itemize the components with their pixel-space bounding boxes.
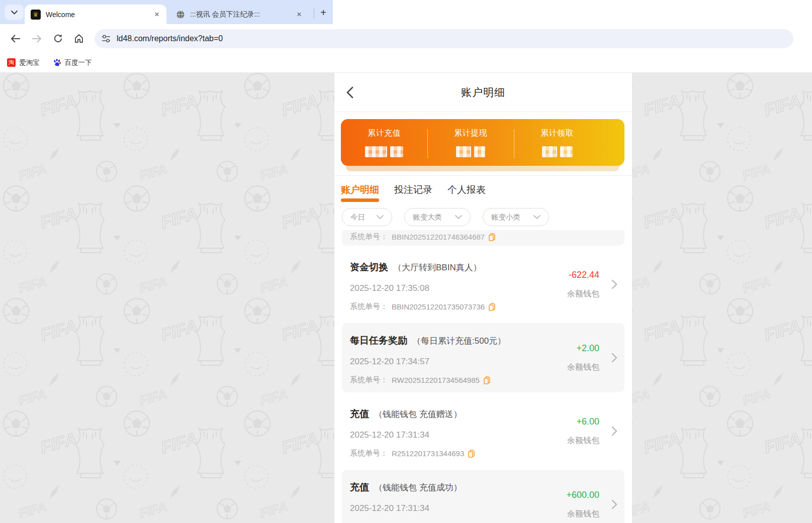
- tab-label: 个人报表: [447, 184, 486, 195]
- serial-number: RW202512201734564985: [392, 376, 480, 384]
- filter-label: 账变小类: [491, 213, 520, 222]
- copy-icon[interactable]: [484, 376, 490, 384]
- filter-label: 账变大类: [413, 213, 442, 222]
- chevron-down-icon: [11, 11, 18, 15]
- serial-number: BBIN202512201746364687: [392, 233, 485, 241]
- summary-total-claimed: 累计领取: [514, 128, 600, 159]
- txn-subtitle: （钱能钱包 充值成功）: [374, 482, 462, 493]
- serial-number: R2512201731344693: [392, 449, 464, 458]
- summary-total-deposit: 累计充值: [341, 128, 427, 159]
- chevron-down-icon: [533, 215, 540, 219]
- list-item[interactable]: 资金切换 （大厅转到BBIN真人） 2025-12-20 17:35:08 系统…: [342, 250, 624, 319]
- censored-value: [365, 146, 403, 157]
- serial-number: BBIN202512201735073736: [392, 302, 485, 311]
- globe-icon: [176, 10, 185, 19]
- browser-tab-records[interactable]: :::视讯 会员下注纪录::: ×: [170, 5, 309, 24]
- filter-major-type-dropdown[interactable]: 账变大类: [404, 208, 471, 226]
- tab-search-button[interactable]: [5, 5, 24, 20]
- bookmarks-bar: 淘 爱淘宝 百度一下: [0, 53, 812, 73]
- copy-icon[interactable]: [489, 303, 495, 311]
- tab-personal-report[interactable]: 个人报表: [447, 183, 486, 204]
- txn-amount: -622.44: [567, 270, 599, 280]
- back-arrow-icon: [11, 35, 21, 43]
- txn-amount: +600.00: [566, 490, 599, 500]
- chevron-right-icon: [611, 499, 617, 509]
- censored-value: [542, 146, 573, 157]
- close-icon[interactable]: ×: [153, 10, 160, 19]
- tab-label: 账户明细: [341, 184, 379, 195]
- filter-date-dropdown[interactable]: 今日: [342, 208, 392, 226]
- reload-button[interactable]: [49, 30, 66, 47]
- back-button[interactable]: [7, 30, 24, 47]
- close-icon[interactable]: ×: [296, 10, 303, 19]
- txn-subtitle: （钱能钱包 充值赠送）: [374, 408, 462, 420]
- txn-subtitle: （每日累计充值:500元）: [412, 335, 506, 347]
- tab-title: Welcome: [46, 11, 148, 19]
- chevron-down-icon: [455, 215, 462, 219]
- list-item[interactable]: 充值 （钱能钱包 充值赠送） 2025-12-20 17:31:34 系统单号：…: [342, 396, 624, 466]
- filter-label: 今日: [350, 213, 365, 222]
- copy-icon[interactable]: [468, 450, 475, 458]
- txn-wallet: 余额钱包: [567, 436, 599, 446]
- forward-button[interactable]: [28, 30, 45, 47]
- page-header: 账户明细: [334, 73, 632, 112]
- chevron-down-icon: [377, 215, 384, 219]
- summary-label: 累计领取: [540, 128, 574, 139]
- forward-arrow-icon: [32, 35, 42, 43]
- tab-bet-records[interactable]: 投注记录: [394, 183, 432, 204]
- page-title: 账户明细: [334, 73, 632, 112]
- serial-prefix: 系统单号：: [350, 449, 388, 458]
- txn-type: 资金切换: [350, 261, 388, 274]
- transaction-list: 系统单号： BBIN202512201746364687 资金切换 （大厅转到B…: [334, 230, 632, 523]
- taobao-icon: 淘: [7, 58, 16, 67]
- chevron-right-icon: [611, 353, 617, 363]
- tab-separator: [314, 9, 314, 19]
- reload-icon: [53, 34, 63, 43]
- tab-label: 投注记录: [394, 184, 432, 195]
- txn-type: 充值: [350, 407, 369, 421]
- url-text[interactable]: ld48.com/reports/index?tab=0: [117, 34, 223, 43]
- home-button[interactable]: [70, 30, 87, 47]
- report-tabs: 账户明细 投注记录 个人报表: [334, 176, 632, 204]
- bookmark-baidu[interactable]: 百度一下: [53, 58, 92, 67]
- serial-prefix: 系统单号：: [350, 302, 388, 311]
- tab-account-detail[interactable]: 账户明细: [341, 183, 379, 204]
- list-item[interactable]: 每日任务奖励 （每日累计充值:500元） 2025-12-20 17:34:57…: [342, 323, 624, 392]
- txn-type: 充值: [350, 481, 369, 494]
- bookmark-aitaobao[interactable]: 淘 爱淘宝: [7, 58, 40, 67]
- home-icon: [74, 34, 84, 43]
- list-item[interactable]: 充值 （钱能钱包 充值成功） 2025-12-20 17:31:34 +600.…: [342, 470, 624, 523]
- summary-total-withdraw: 累计提现: [427, 128, 514, 159]
- address-bar[interactable]: ld48.com/reports/index?tab=0: [95, 29, 793, 48]
- txn-wallet: 余额钱包: [566, 509, 599, 519]
- active-tab-underline: [341, 198, 379, 202]
- censored-value: [456, 146, 485, 157]
- account-detail-panel: 账户明细 累计充值 累计提现 累计领取 账户明细: [334, 73, 632, 523]
- chevron-right-icon: [611, 426, 617, 436]
- list-item-clipped[interactable]: 系统单号： BBIN202512201746364687: [342, 230, 624, 246]
- summary-card-shadow-strip: [346, 166, 619, 171]
- gold-emblem-icon: ♛: [31, 10, 41, 20]
- tab-title: :::视讯 会员下注纪录:::: [190, 10, 291, 19]
- bookmark-label: 爱淘宝: [19, 58, 40, 67]
- txn-wallet: 余额钱包: [567, 289, 599, 299]
- site-info-icon[interactable]: [102, 35, 111, 43]
- summary-card: 累计充值 累计提现 累计领取: [341, 119, 624, 166]
- txn-subtitle: （大厅转到BBIN真人）: [393, 262, 482, 273]
- summary-label: 累计提现: [454, 128, 487, 139]
- txn-type: 每日任务奖励: [350, 334, 407, 347]
- summary-section: 累计充值 累计提现 累计领取: [334, 112, 632, 176]
- summary-label: 累计充值: [368, 128, 401, 139]
- browser-toolbar: ld48.com/reports/index?tab=0: [0, 24, 812, 53]
- browser-tab-welcome[interactable]: ♛ Welcome ×: [25, 5, 166, 24]
- serial-prefix: 系统单号：: [350, 375, 388, 385]
- new-tab-button[interactable]: +: [317, 6, 330, 19]
- txn-amount: +2.00: [567, 343, 599, 354]
- page-background: FIFA FIFA 账户明细: [0, 73, 812, 523]
- txn-wallet: 余额钱包: [567, 362, 599, 373]
- filter-minor-type-dropdown[interactable]: 账变小类: [483, 208, 549, 226]
- baidu-paw-icon: [53, 58, 61, 67]
- txn-amount: +6.00: [567, 416, 599, 427]
- copy-icon[interactable]: [489, 233, 495, 241]
- browser-tab-strip: ♛ Welcome × :::视讯 会员下注纪录::: × +: [0, 0, 812, 24]
